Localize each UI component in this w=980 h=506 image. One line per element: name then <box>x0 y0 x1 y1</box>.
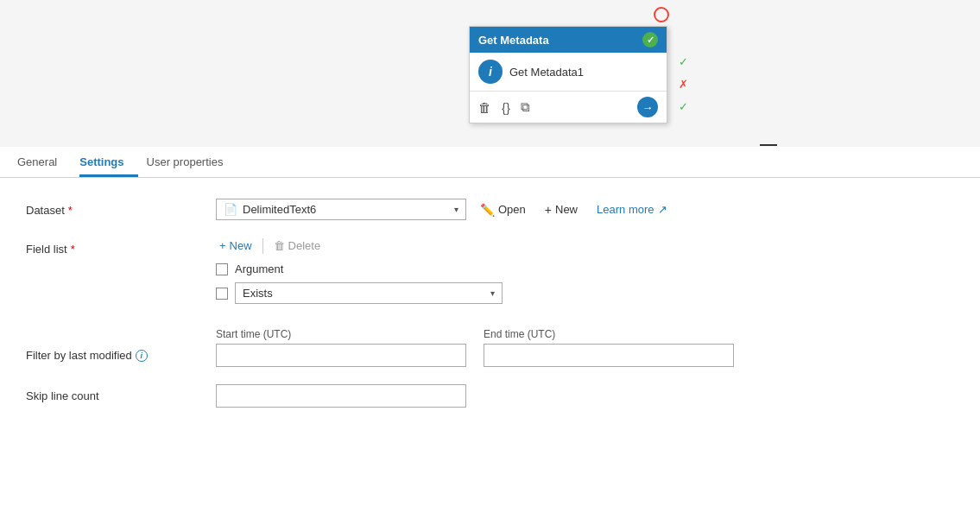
side-buttons-panel: ✓ ✗ ✓ <box>673 52 692 116</box>
exists-select[interactable]: Exists ▾ <box>235 282 503 304</box>
plus-icon: + <box>545 203 552 217</box>
tabs-container: General Settings User properties <box>0 147 980 178</box>
tab-user-properties[interactable]: User properties <box>147 149 237 177</box>
side-check-1[interactable]: ✓ <box>673 52 692 71</box>
minimize-bar <box>760 144 777 146</box>
copy-icon[interactable]: ⧉ <box>521 99 530 115</box>
argument-label: Argument <box>235 262 283 275</box>
dataset-row: Dataset * 📄 DelimitedText6 ▾ ✏️ Open + N… <box>26 199 954 220</box>
braces-icon[interactable]: {} <box>502 100 510 115</box>
activity-card-header: Get Metadata ✓ <box>470 27 667 53</box>
start-time-input[interactable] <box>216 344 466 367</box>
activity-card-body: i Get Metadata1 <box>470 53 667 91</box>
filter-control: Start time (UTC) End time (UTC) <box>216 328 954 367</box>
settings-panel: Dataset * 📄 DelimitedText6 ▾ ✏️ Open + N… <box>0 178 980 446</box>
skip-input[interactable] <box>216 384 466 408</box>
field-list-row: Field list * + New 🗑 Delete Argument <box>26 237 954 311</box>
dataset-control: 📄 DelimitedText6 ▾ ✏️ Open + New Learn m… <box>216 199 954 220</box>
argument-checkbox[interactable] <box>216 263 228 275</box>
pencil-icon: ✏️ <box>480 203 495 217</box>
field-delete-button[interactable]: 🗑 Delete <box>270 237 325 254</box>
exists-value: Exists <box>243 287 490 300</box>
toolbar-divider <box>262 238 263 254</box>
side-x[interactable]: ✗ <box>673 74 692 93</box>
external-link-icon: ↗ <box>658 203 667 216</box>
field-list-required: * <box>71 243 75 256</box>
activity-info-icon: i <box>478 60 503 84</box>
filter-info-icon: i <box>136 350 148 362</box>
end-time-input[interactable] <box>484 344 734 367</box>
filter-label: Filter by last modified i <box>26 328 216 362</box>
dataset-input-row: 📄 DelimitedText6 ▾ ✏️ Open + New Learn m… <box>216 199 954 220</box>
dataset-dropdown-arrow: ▾ <box>454 205 458 214</box>
dataset-selected-value: DelimitedText6 <box>243 203 449 216</box>
start-time-label: Start time (UTC) <box>216 328 466 340</box>
tab-general[interactable]: General <box>17 149 71 177</box>
dataset-new-button[interactable]: + New <box>540 199 583 220</box>
end-time-group: End time (UTC) <box>484 328 734 367</box>
start-time-group: Start time (UTC) <box>216 328 466 367</box>
argument-field-row: Argument <box>216 262 954 275</box>
dataset-label: Dataset * <box>26 199 216 217</box>
dataset-learn-more-button[interactable]: Learn more ↗ <box>591 199 672 219</box>
field-list-control: + New 🗑 Delete Argument Exists ▾ <box>216 237 954 311</box>
exists-checkbox[interactable] <box>216 288 228 300</box>
field-list-label: Field list * <box>26 237 216 256</box>
exists-dropdown-arrow: ▾ <box>490 288 495 298</box>
dataset-select[interactable]: 📄 DelimitedText6 ▾ <box>216 199 466 220</box>
trash-icon[interactable]: 🗑 <box>478 100 491 115</box>
skip-label: Skip line count <box>26 389 216 402</box>
skip-row: Skip line count <box>26 384 954 408</box>
dataset-file-icon: 📄 <box>224 203 237 216</box>
dataset-required: * <box>68 204 73 217</box>
red-circle-indicator <box>654 7 669 22</box>
field-trash-icon: 🗑 <box>274 239 285 252</box>
field-new-button[interactable]: + New <box>216 237 256 254</box>
field-plus-icon: + <box>219 239 226 252</box>
end-time-label: End time (UTC) <box>484 328 734 340</box>
exists-field-row: Exists ▾ <box>216 282 954 304</box>
tab-settings[interactable]: Settings <box>79 149 137 177</box>
dataset-open-button[interactable]: ✏️ Open <box>475 199 531 220</box>
side-check-2[interactable]: ✓ <box>673 97 692 116</box>
field-list-toolbar: + New 🗑 Delete <box>216 237 954 254</box>
activity-card: Get Metadata ✓ i Get Metadata1 🗑 {} ⧉ → <box>469 26 667 123</box>
activity-card-footer[interactable]: 🗑 {} ⧉ → <box>470 91 667 123</box>
activity-card-check: ✓ <box>642 32 658 47</box>
activity-card-name: Get Metadata1 <box>509 66 584 79</box>
activity-arrow-button[interactable]: → <box>637 97 658 117</box>
activity-card-title: Get Metadata <box>478 34 549 47</box>
filter-row: Filter by last modified i Start time (UT… <box>26 328 954 367</box>
